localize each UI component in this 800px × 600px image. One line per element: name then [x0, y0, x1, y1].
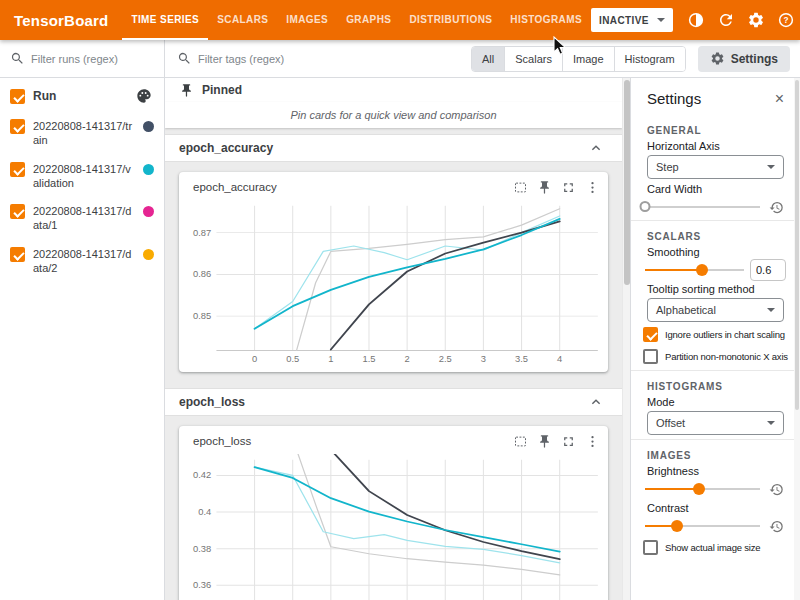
- run-list: 20220808-141317/train 20220808-141317/va…: [0, 112, 164, 282]
- ignore-outliers-checkbox[interactable]: [643, 327, 658, 342]
- top-bar: TensorBoard TIME SERIES SCALARS IMAGES G…: [0, 0, 800, 40]
- chevron-down-icon: [767, 421, 775, 425]
- settings-group-images: IMAGES Brightness Contrast: [631, 439, 800, 556]
- fit-to-data-button[interactable]: [508, 175, 532, 199]
- scalar-card-epoch-loss: epoch_loss: [179, 426, 608, 600]
- filter-chip-scalars[interactable]: Scalars: [504, 47, 562, 71]
- fit-to-data-icon: [513, 434, 528, 449]
- settings-button-label: Settings: [731, 52, 778, 66]
- ignore-outliers-row[interactable]: Ignore outliers in chart scaling: [643, 326, 788, 343]
- run-checkbox[interactable]: [10, 119, 25, 134]
- ignore-outliers-label: Ignore outliers in chart scaling: [665, 329, 785, 340]
- select-all-runs-checkbox[interactable]: [10, 89, 25, 104]
- run-row-train[interactable]: 20220808-141317/train: [0, 112, 164, 155]
- scalar-chart-epoch-accuracy[interactable]: 00.511.522.533.540.850.860.87: [179, 200, 608, 372]
- card-width-control: [645, 198, 786, 216]
- tab-graphs[interactable]: GRAPHS: [337, 0, 400, 40]
- reset-icon: [769, 482, 784, 497]
- histogram-mode-select[interactable]: Offset: [647, 411, 784, 435]
- brightness-slider[interactable]: [645, 482, 760, 496]
- group-heading: HISTOGRAMS: [647, 381, 784, 392]
- partition-x-axis-checkbox[interactable]: [643, 349, 658, 364]
- runs-column-header: Run: [33, 89, 126, 103]
- run-checkbox[interactable]: [10, 204, 25, 219]
- more-options-button[interactable]: [580, 175, 604, 199]
- show-actual-size-checkbox[interactable]: [643, 540, 658, 555]
- gear-icon: [710, 51, 725, 66]
- run-checkbox[interactable]: [10, 247, 25, 262]
- settings-group-scalars: SCALARS Smoothing Tooltip sorting method…: [631, 220, 800, 365]
- settings-gear-button[interactable]: [743, 7, 769, 33]
- svg-text:2: 2: [405, 354, 410, 364]
- tab-scalars[interactable]: SCALARS: [208, 0, 277, 40]
- filter-chip-histogram[interactable]: Histogram: [614, 47, 685, 71]
- filter-chip-all[interactable]: All: [472, 47, 504, 71]
- collapse-section-button[interactable]: [584, 136, 608, 160]
- slider-thumb[interactable]: [671, 520, 683, 532]
- partition-x-axis-row[interactable]: Partition non-monotonic X axis i: [643, 348, 788, 365]
- filter-chip-image[interactable]: Image: [562, 47, 614, 71]
- run-checkbox[interactable]: [10, 162, 25, 177]
- scrollbar-thumb[interactable]: [795, 80, 799, 410]
- scalar-card-epoch-accuracy: epoch_accuracy: [179, 172, 608, 372]
- fullscreen-button[interactable]: [556, 175, 580, 199]
- horizontal-axis-select[interactable]: Step: [647, 155, 784, 179]
- group-heading: IMAGES: [647, 450, 784, 461]
- reset-brightness-button[interactable]: [766, 479, 786, 499]
- chevron-down-icon: [767, 165, 775, 169]
- reset-card-width-button[interactable]: [766, 197, 786, 217]
- show-actual-size-row[interactable]: Show actual image size: [643, 539, 788, 556]
- run-row-data-2[interactable]: 20220808-141317/data/2: [0, 240, 164, 283]
- pin-card-button[interactable]: [532, 175, 556, 199]
- smoothing-value-input[interactable]: [750, 259, 786, 281]
- theme-toggle-button[interactable]: [683, 7, 709, 33]
- reset-contrast-button[interactable]: [766, 516, 786, 536]
- section-header[interactable]: epoch_loss: [165, 388, 622, 416]
- tab-images[interactable]: IMAGES: [277, 0, 337, 40]
- slider-thumb[interactable]: [693, 483, 705, 495]
- card-width-slider[interactable]: [645, 200, 760, 214]
- scalar-chart-epoch-loss[interactable]: 00.511.522.533.540.360.380.40.42: [179, 454, 608, 600]
- run-row-validation[interactable]: 20220808-141317/validation: [0, 155, 164, 198]
- fullscreen-icon: [561, 180, 576, 195]
- tags-filter-input[interactable]: [198, 53, 471, 65]
- contrast-slider[interactable]: [645, 519, 760, 533]
- card-list: Pinned Pin cards for a quick view and co…: [165, 78, 622, 600]
- run-row-data-1[interactable]: 20220808-141317/data/1: [0, 197, 164, 240]
- settings-panel-header: Settings ×: [631, 78, 800, 115]
- run-color-palette-button[interactable]: [134, 86, 154, 106]
- close-settings-button[interactable]: ×: [773, 91, 786, 107]
- svg-text:0.87: 0.87: [193, 228, 211, 238]
- tab-histograms[interactable]: HISTOGRAMS: [501, 0, 591, 40]
- tab-time-series[interactable]: TIME SERIES: [122, 0, 208, 40]
- main-scrollbar[interactable]: [622, 78, 630, 600]
- fullscreen-button[interactable]: [556, 429, 580, 453]
- refresh-icon: [717, 11, 735, 29]
- card-title: epoch_loss: [193, 435, 508, 447]
- pinned-empty-message: Pin cards for a quick view and compariso…: [165, 102, 622, 128]
- slider-thumb[interactable]: [696, 264, 708, 276]
- section-header[interactable]: epoch_accuracy: [165, 134, 622, 162]
- tooltip-sort-select[interactable]: Alphabetical: [647, 298, 784, 322]
- svg-text:0: 0: [252, 354, 257, 364]
- brightness-control: [645, 480, 786, 498]
- settings-scrollbar[interactable]: [794, 78, 800, 600]
- collapse-section-button[interactable]: [584, 390, 608, 414]
- runs-filter-input[interactable]: [31, 53, 154, 65]
- tab-distributions[interactable]: DISTRIBUTIONS: [400, 0, 501, 40]
- fit-to-data-button[interactable]: [508, 429, 532, 453]
- app-title[interactable]: TensorBoard: [0, 0, 122, 40]
- pin-icon: [179, 83, 194, 98]
- section-epoch-loss: epoch_loss epoch_loss: [165, 388, 622, 600]
- settings-toggle-button[interactable]: Settings: [698, 46, 790, 72]
- section-title: epoch_loss: [179, 395, 584, 409]
- pin-card-button[interactable]: [532, 429, 556, 453]
- refresh-button[interactable]: [713, 7, 739, 33]
- card-area: epoch_loss: [165, 416, 622, 600]
- smoothing-slider[interactable]: [645, 263, 744, 277]
- more-options-button[interactable]: [580, 429, 604, 453]
- card-width-label: Card Width: [647, 183, 784, 195]
- reload-status-select[interactable]: INACTIVE: [591, 8, 673, 32]
- help-button[interactable]: ?: [773, 7, 799, 33]
- slider-thumb[interactable]: [640, 201, 651, 212]
